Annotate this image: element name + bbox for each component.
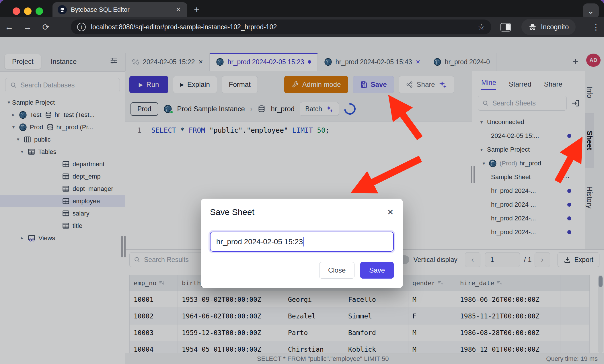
sheet-item-hr-prod-2024-[interactable]: hr_prod 2024-... <box>472 198 585 212</box>
environment-chip[interactable]: Prod <box>130 102 158 116</box>
rail-tab-history[interactable]: History <box>585 168 594 227</box>
search-databases-input[interactable]: Search Databases <box>5 78 120 92</box>
editor-tab[interactable]: 2024-02-05 15:22✕ <box>125 53 210 71</box>
tree-item-employee[interactable]: employee <box>0 195 125 207</box>
column-header-emp_no[interactable]: emp_no <box>130 275 178 291</box>
tree-item-views[interactable]: ▸Views <box>0 232 125 244</box>
column-header-hire_date[interactable]: hire_date <box>456 275 560 291</box>
table-row[interactable]: 100011953-09-02T00:00:00ZGeorgiFacelloM1… <box>130 291 590 308</box>
forward-icon[interactable]: → <box>18 22 37 32</box>
side-panel-icon[interactable] <box>500 23 511 32</box>
new-sheet-tab-button[interactable]: + <box>573 56 578 67</box>
caret-down-icon[interactable]: ▾ <box>19 149 25 155</box>
tree-item-salary[interactable]: salary <box>0 207 125 220</box>
caret-down-icon[interactable]: ▾ <box>478 147 485 153</box>
caret-down-icon[interactable]: ▾ <box>481 161 487 167</box>
sheet-tab-starred[interactable]: Starred <box>509 80 531 88</box>
new-tab-button[interactable]: + <box>194 4 200 15</box>
macos-close-button[interactable] <box>13 7 20 15</box>
caret-down-icon[interactable]: ▾ <box>6 99 12 105</box>
browser-tab[interactable]: Bytebase SQL Editor ✕ <box>52 2 187 17</box>
macos-zoom-button[interactable] <box>36 7 43 15</box>
sidebar-tab-instance[interactable]: Instance <box>43 54 84 69</box>
postgresql-icon <box>216 58 224 66</box>
tab-search-chevron-icon[interactable]: ⌄ <box>583 3 599 19</box>
admin-mode-button[interactable]: Admin mode <box>284 76 348 93</box>
sheet-name-input[interactable]: hr_prod 2024-02-05 15:23 <box>210 232 394 252</box>
save-sheet-button[interactable]: Save <box>353 76 394 93</box>
caret-down-icon[interactable]: ▾ <box>478 119 485 125</box>
sheet-item-unconnected[interactable]: ▾Unconnected <box>472 115 585 129</box>
batch-mode-button[interactable]: Batch <box>300 102 339 116</box>
share-icon <box>406 81 413 88</box>
sidebar-resize-handle[interactable] <box>121 236 126 257</box>
reload-icon[interactable]: ⟳ <box>37 22 55 32</box>
back-icon[interactable]: ← <box>0 22 18 32</box>
prev-page-button[interactable]: ‹ <box>465 252 480 267</box>
next-page-button[interactable]: › <box>535 252 550 267</box>
user-avatar[interactable]: AD <box>586 54 601 67</box>
dialog-save-button[interactable]: Save <box>360 262 394 279</box>
editor-tab[interactable]: hr_prod 2024-0 <box>427 53 496 71</box>
breadcrumb-database[interactable]: hr_prod <box>271 105 295 113</box>
table-cell: 10003 <box>130 324 178 341</box>
caret-right-icon[interactable]: ▸ <box>10 112 17 118</box>
sheet-tab-share[interactable]: Share <box>544 80 562 88</box>
tree-item-prod[interactable]: ▾Prodhr_prod (Pr... <box>0 121 125 133</box>
tree-item-department[interactable]: department <box>0 158 125 170</box>
tree-item-public[interactable]: ▾public <box>0 133 125 146</box>
rail-tab-info[interactable]: Info <box>585 71 594 113</box>
search-sheets-input[interactable]: Search Sheets <box>478 96 567 111</box>
tree-item-title[interactable]: title <box>0 220 125 232</box>
table-row[interactable]: 100031959-12-03T00:00:00ZPartoBamfordM19… <box>130 324 590 341</box>
sheet-item-sample-sheet[interactable]: Sample Sheet⋯ <box>472 170 585 184</box>
tree-item-test[interactable]: ▸Testhr_test (Test... <box>0 109 125 121</box>
sheet-item-2024-02-05-15-[interactable]: 2024-02-05 15:... <box>472 129 585 143</box>
caret-down-icon[interactable]: ▾ <box>15 136 21 142</box>
sheet-item-hr-prod-2024-[interactable]: hr_prod 2024-... <box>472 184 585 198</box>
more-actions-icon[interactable]: ⋯ <box>563 173 570 181</box>
site-info-icon[interactable]: i <box>77 23 86 31</box>
dialog-close-icon[interactable]: ✕ <box>387 208 394 217</box>
table-row[interactable]: 100041954-05-01T00:00:00ZChirstianKoblic… <box>130 341 590 353</box>
vertical-display-label: Vertical display <box>413 256 457 264</box>
tab-close-icon[interactable]: ✕ <box>175 6 182 13</box>
dialog-close-button[interactable]: Close <box>319 262 354 279</box>
macos-minimize-button[interactable] <box>24 7 32 15</box>
sort-icon <box>159 280 165 286</box>
bookmark-star-icon[interactable]: ☆ <box>478 22 485 32</box>
tree-item-dept-manager[interactable]: dept_manager <box>0 183 125 195</box>
sheet-item-hr-prod-2024-[interactable]: hr_prod 2024-... <box>472 212 585 225</box>
results-scrollbar[interactable] <box>598 275 603 353</box>
browser-menu-icon[interactable]: ⋮ <box>592 22 600 32</box>
sheet-item-hr-prod[interactable]: ▾(Prod)hr_prod <box>472 156 585 170</box>
caret-down-icon[interactable]: ▾ <box>10 124 17 130</box>
export-button[interactable]: Export <box>558 252 599 267</box>
column-header-gender[interactable]: gender <box>408 275 456 291</box>
sheet-item-hr-prod-2024-[interactable]: hr_prod 2024-... <box>472 225 585 239</box>
tree-item-sample-project[interactable]: ▾Sample Project <box>0 96 125 109</box>
editor-tab[interactable]: hr_prod 2024-02-05 15:43✕ <box>318 53 427 71</box>
url-bar[interactable]: i localhost:8080/sql-editor/prod-sample-… <box>71 19 491 34</box>
query-time-label: Query time: 19 ms <box>546 355 598 363</box>
tree-item-tables[interactable]: ▾Tables <box>0 146 125 158</box>
tab-close-icon[interactable]: ✕ <box>198 58 203 65</box>
sheet-item-sample-project[interactable]: ▾Sample Project <box>472 143 585 156</box>
sheet-panel-resize-handle[interactable] <box>471 166 475 183</box>
explain-button[interactable]: ▶ Explain <box>173 76 217 93</box>
rail-tab-sheet[interactable]: Sheet <box>585 113 594 168</box>
caret-right-icon[interactable]: ▸ <box>19 235 25 241</box>
tree-item-dept-emp[interactable]: dept_emp <box>0 170 125 183</box>
share-button[interactable]: Share <box>399 76 454 93</box>
table-row[interactable]: 100021964-06-02T00:00:00ZBezalelSimmelF1… <box>130 308 590 324</box>
page-number-input[interactable]: 1 <box>485 252 520 267</box>
sidebar-tab-project[interactable]: Project <box>5 54 41 69</box>
editor-tab[interactable]: hr_prod 2024-02-05 15:23 <box>210 53 317 71</box>
run-button[interactable]: ▶ Run <box>129 76 168 93</box>
format-button[interactable]: Format <box>222 76 258 93</box>
sheet-tab-mine[interactable]: Mine <box>481 79 496 90</box>
breadcrumb-instance[interactable]: Prod Sample Instance <box>177 105 245 113</box>
tab-close-icon[interactable]: ✕ <box>416 58 420 65</box>
connect-sheet-icon[interactable] <box>571 99 580 107</box>
filter-settings-icon[interactable] <box>110 56 118 65</box>
